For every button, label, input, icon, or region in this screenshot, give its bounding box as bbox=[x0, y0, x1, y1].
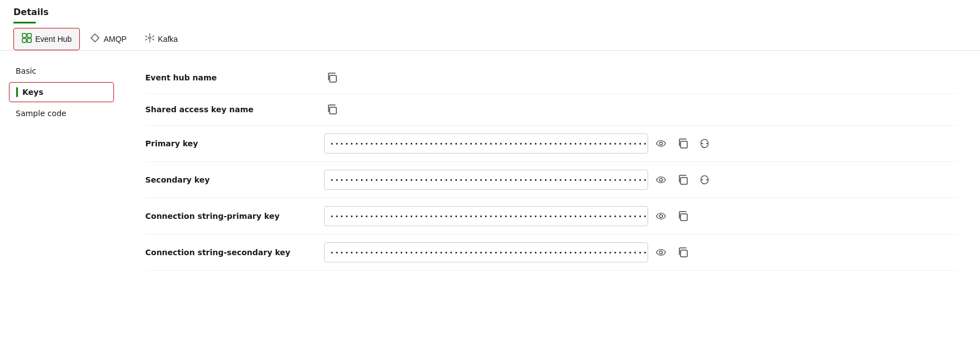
svg-line-7 bbox=[145, 36, 148, 37]
copy-icon bbox=[677, 247, 688, 258]
page-title: Details bbox=[13, 7, 967, 17]
tab-kafka[interactable]: Kafka bbox=[137, 28, 186, 50]
svg-line-8 bbox=[152, 39, 154, 41]
copy-connection-string-primary-button[interactable] bbox=[674, 208, 692, 224]
regenerate-secondary-key-button[interactable] bbox=[696, 173, 713, 187]
field-row-connection-string-primary: Connection string-primary key ••••••••••… bbox=[145, 198, 958, 235]
copy-icon bbox=[677, 138, 688, 149]
svg-line-9 bbox=[145, 39, 148, 41]
label-shared-access-key-name: Shared access key name bbox=[145, 105, 324, 114]
eye-icon bbox=[656, 212, 666, 220]
copy-secondary-key-button[interactable] bbox=[674, 172, 692, 188]
field-row-primary-key: Primary key ••••••••••••••••••••••••••••… bbox=[145, 126, 958, 162]
field-row-event-hub-name: Event hub name bbox=[145, 62, 958, 94]
svg-rect-14 bbox=[681, 141, 687, 148]
connection-string-primary-input: ••••••••••••••••••••••••••••••••••••••••… bbox=[324, 206, 648, 226]
svg-rect-16 bbox=[681, 178, 687, 184]
page-container: Details Event Hub bbox=[0, 0, 980, 354]
main-content: Basic Keys Sample code Event hub name bbox=[0, 51, 980, 354]
sidebar-item-keys[interactable]: Keys bbox=[9, 82, 114, 102]
eye-icon bbox=[656, 176, 666, 184]
tab-event-hub-label: Event Hub bbox=[35, 35, 72, 44]
svg-rect-12 bbox=[330, 107, 336, 114]
active-indicator bbox=[16, 87, 18, 97]
copy-shared-access-key-name-button[interactable] bbox=[324, 102, 340, 117]
tabs-row: Event Hub AMQP bbox=[13, 28, 967, 50]
primary-key-dots: ••••••••••••••••••••••••••••••••••••••••… bbox=[330, 141, 648, 147]
svg-rect-20 bbox=[681, 250, 687, 257]
svg-point-17 bbox=[659, 214, 662, 217]
tab-event-hub[interactable]: Event Hub bbox=[13, 28, 80, 50]
refresh-icon bbox=[700, 175, 710, 185]
title-underline bbox=[13, 22, 36, 23]
toggle-secondary-key-visibility-button[interactable] bbox=[653, 174, 669, 186]
secondary-key-input: ••••••••••••••••••••••••••••••••••••••••… bbox=[324, 170, 648, 190]
value-area-shared-access-key-name bbox=[324, 102, 958, 117]
svg-rect-2 bbox=[22, 39, 26, 42]
eye-icon bbox=[656, 140, 666, 147]
connection-string-secondary-dots: ••••••••••••••••••••••••••••••••••••••••… bbox=[330, 250, 648, 256]
svg-point-19 bbox=[659, 251, 662, 253]
regenerate-primary-key-button[interactable] bbox=[696, 136, 713, 151]
value-area-connection-string-primary: ••••••••••••••••••••••••••••••••••••••••… bbox=[324, 206, 958, 226]
event-hub-icon bbox=[22, 33, 32, 45]
svg-line-10 bbox=[152, 36, 154, 37]
sidebar-item-basic-label: Basic bbox=[16, 66, 36, 75]
field-row-secondary-key: Secondary key ••••••••••••••••••••••••••… bbox=[145, 162, 958, 198]
svg-point-13 bbox=[659, 142, 662, 145]
toggle-connection-string-primary-visibility-button[interactable] bbox=[653, 210, 669, 222]
content-area: Event hub name Shared access key name bbox=[123, 53, 980, 354]
label-event-hub-name: Event hub name bbox=[145, 73, 324, 82]
tab-amqp-label: AMQP bbox=[103, 35, 126, 44]
toggle-primary-key-visibility-button[interactable] bbox=[653, 137, 669, 150]
connection-string-primary-dots: ••••••••••••••••••••••••••••••••••••••••… bbox=[330, 213, 648, 219]
kafka-icon bbox=[145, 33, 155, 45]
field-row-shared-access-key-name: Shared access key name bbox=[145, 94, 958, 126]
sidebar-item-sample-code-label: Sample code bbox=[16, 109, 66, 118]
secondary-key-dots: ••••••••••••••••••••••••••••••••••••••••… bbox=[330, 177, 648, 183]
svg-rect-18 bbox=[681, 214, 687, 221]
refresh-icon bbox=[700, 138, 710, 149]
header-section: Details Event Hub bbox=[0, 0, 980, 51]
sidebar-item-keys-label: Keys bbox=[22, 88, 44, 97]
tab-amqp[interactable]: AMQP bbox=[82, 28, 134, 50]
copy-icon bbox=[677, 174, 688, 185]
toggle-connection-string-secondary-visibility-button[interactable] bbox=[653, 246, 669, 259]
copy-icon bbox=[677, 211, 688, 222]
label-connection-string-primary: Connection string-primary key bbox=[145, 212, 324, 221]
label-primary-key: Primary key bbox=[145, 139, 324, 148]
svg-rect-1 bbox=[27, 34, 31, 37]
copy-event-hub-name-button[interactable] bbox=[324, 70, 340, 85]
svg-rect-0 bbox=[22, 34, 26, 37]
svg-point-4 bbox=[149, 37, 151, 39]
primary-key-input: ••••••••••••••••••••••••••••••••••••••••… bbox=[324, 133, 648, 154]
connection-string-secondary-input: ••••••••••••••••••••••••••••••••••••••••… bbox=[324, 242, 648, 262]
value-area-connection-string-secondary: ••••••••••••••••••••••••••••••••••••••••… bbox=[324, 242, 958, 262]
copy-connection-string-secondary-button[interactable] bbox=[674, 245, 692, 260]
copy-primary-key-button[interactable] bbox=[674, 136, 692, 151]
field-row-connection-string-secondary: Connection string-secondary key ••••••••… bbox=[145, 235, 958, 271]
sidebar: Basic Keys Sample code bbox=[0, 53, 123, 354]
sidebar-item-sample-code[interactable]: Sample code bbox=[9, 104, 114, 122]
sidebar-item-basic[interactable]: Basic bbox=[9, 62, 114, 80]
amqp-icon bbox=[90, 33, 100, 45]
label-secondary-key: Secondary key bbox=[145, 175, 324, 184]
svg-rect-3 bbox=[27, 39, 31, 42]
value-area-primary-key: ••••••••••••••••••••••••••••••••••••••••… bbox=[324, 133, 958, 154]
copy-icon bbox=[326, 104, 337, 115]
tab-kafka-label: Kafka bbox=[158, 35, 178, 44]
copy-icon bbox=[326, 72, 337, 83]
value-area-secondary-key: ••••••••••••••••••••••••••••••••••••••••… bbox=[324, 170, 958, 190]
value-area-event-hub-name bbox=[324, 70, 958, 85]
label-connection-string-secondary: Connection string-secondary key bbox=[145, 248, 324, 257]
svg-rect-11 bbox=[330, 75, 336, 82]
eye-icon bbox=[656, 248, 666, 256]
svg-point-15 bbox=[659, 178, 662, 181]
